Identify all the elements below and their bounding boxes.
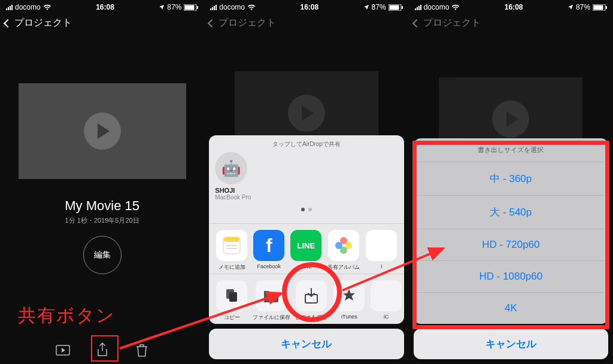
svg-rect-6	[402, 6, 403, 9]
share-action-row: コピー ファイルに保存 ビデオを保存	[209, 274, 403, 324]
svg-rect-8	[223, 237, 240, 242]
signal-icon	[6, 4, 13, 10]
svg-rect-16	[229, 292, 237, 302]
status-bar: docomo 16:08 87%	[0, 0, 204, 13]
battery-pct: 87%	[167, 3, 181, 11]
phone-screen-project: docomo 16:08 87% プロジェクト	[0, 0, 204, 364]
signal-icon	[415, 4, 421, 10]
battery-icon	[389, 4, 403, 11]
export-option-4k[interactable]: 4K	[414, 293, 608, 324]
status-bar: docomo 16:08 87%	[409, 0, 613, 13]
airdrop-pager	[215, 201, 397, 217]
carrier-label: docomo	[424, 3, 450, 11]
play-button[interactable]	[84, 113, 121, 150]
edit-button[interactable]: 編集	[83, 236, 122, 274]
line-icon: LINE	[290, 230, 321, 261]
memo-icon	[216, 230, 247, 261]
trash-button[interactable]	[134, 342, 150, 358]
photos-icon	[328, 230, 359, 261]
star-icon	[333, 280, 365, 311]
wifi-icon	[247, 4, 256, 10]
more-action-icon	[371, 280, 402, 311]
share-app-memo[interactable]: メモに追加	[216, 230, 247, 271]
phone-screen-share-sheet: docomo 16:08 87% プロジェクト タップしてAirDropで共有	[204, 0, 408, 364]
action-save-video[interactable]: ビデオを保存	[295, 280, 327, 321]
carrier-label: docomo	[219, 3, 245, 11]
nav-back[interactable]: プロジェクト	[409, 13, 613, 35]
battery-icon	[184, 4, 198, 11]
play-icon-dimmed	[288, 95, 325, 132]
annotation-share-highlight	[91, 335, 119, 362]
play-icon-dimmed	[492, 101, 529, 138]
nav-back[interactable]: プロジェクト	[0, 13, 204, 35]
share-app-shared-album[interactable]: 共有アルバム	[327, 230, 360, 271]
share-sheet: タップしてAirDropで共有 🤖 SHOJI MacBook Pro メモに追…	[209, 135, 403, 359]
movie-subtitle: 1分 1秒・2019年5月20日	[0, 216, 204, 225]
location-icon	[159, 4, 165, 10]
wifi-icon	[43, 4, 51, 10]
play-toolbar-button[interactable]	[55, 342, 71, 358]
action-itunes[interactable]: iTunes	[333, 280, 365, 321]
nav-back-label: プロジェクト	[219, 17, 276, 29]
battery-pct: 87%	[372, 3, 386, 11]
airdrop-avatar-icon: 🤖	[215, 152, 247, 184]
chevron-left-icon	[208, 19, 216, 27]
chevron-left-icon	[412, 19, 421, 27]
share-app-line[interactable]: LINE LINE	[290, 230, 321, 271]
nav-back-label: プロジェクト	[14, 17, 72, 29]
status-bar: docomo 16:08 87%	[204, 0, 408, 13]
movie-title: My Movie 15	[0, 198, 204, 214]
share-app-more[interactable]: I	[366, 230, 397, 271]
svg-rect-20	[606, 6, 607, 9]
facebook-icon: f	[253, 230, 284, 261]
svg-rect-19	[593, 5, 603, 10]
folder-icon	[256, 280, 287, 311]
signal-icon	[210, 4, 217, 10]
clock: 16:08	[300, 3, 318, 11]
nav-back-label: プロジェクト	[423, 17, 481, 29]
export-option-540p[interactable]: 大 - 540p	[414, 196, 608, 229]
action-save-to-files[interactable]: ファイルに保存	[253, 280, 289, 321]
phone-screen-export-size: docomo 16:08 87% プロジェクト 書き出しサイズを選択 中 - 3…	[409, 0, 613, 364]
battery-pct: 87%	[576, 3, 590, 11]
clock: 16:08	[505, 3, 523, 11]
play-icon	[98, 123, 110, 139]
svg-point-14	[335, 242, 342, 249]
export-option-720p60[interactable]: HD - 720p60	[414, 229, 608, 261]
export-size-header: 書き出しサイズを選択	[414, 138, 608, 162]
nav-back[interactable]: プロジェクト	[204, 13, 408, 35]
export-option-360p[interactable]: 中 - 360p	[414, 162, 608, 196]
svg-rect-1	[185, 5, 195, 10]
location-icon	[568, 4, 573, 10]
copy-icon	[216, 280, 247, 311]
more-app-icon	[366, 230, 397, 261]
video-thumbnail[interactable]	[19, 83, 186, 179]
svg-rect-5	[389, 5, 399, 10]
wifi-icon	[451, 4, 460, 10]
share-cancel-button[interactable]: キャンセル	[209, 329, 403, 359]
airdrop-hint: タップしてAirDropで共有	[215, 140, 397, 148]
share-app-facebook[interactable]: f Facebook	[253, 230, 284, 271]
location-icon	[363, 4, 369, 10]
action-copy[interactable]: コピー	[216, 280, 247, 321]
airdrop-contact[interactable]: 🤖 SHOJI MacBook Pro	[215, 152, 258, 201]
export-size-sheet: 書き出しサイズを選択 中 - 360p 大 - 540p HD - 720p60…	[414, 138, 608, 359]
svg-rect-2	[197, 6, 198, 9]
share-app-row: メモに追加 f Facebook LINE LINE 共有アルバム	[209, 223, 403, 274]
annotation-share-label: 共有ボタン	[18, 304, 116, 328]
export-cancel-button[interactable]: キャンセル	[414, 329, 608, 359]
export-option-1080p60[interactable]: HD - 1080p60	[414, 261, 608, 293]
save-video-icon	[296, 280, 327, 311]
chevron-left-icon	[4, 19, 12, 27]
action-more[interactable]: iC	[371, 280, 402, 321]
carrier-label: docomo	[15, 3, 41, 11]
clock: 16:08	[96, 3, 114, 11]
battery-icon	[593, 4, 607, 11]
